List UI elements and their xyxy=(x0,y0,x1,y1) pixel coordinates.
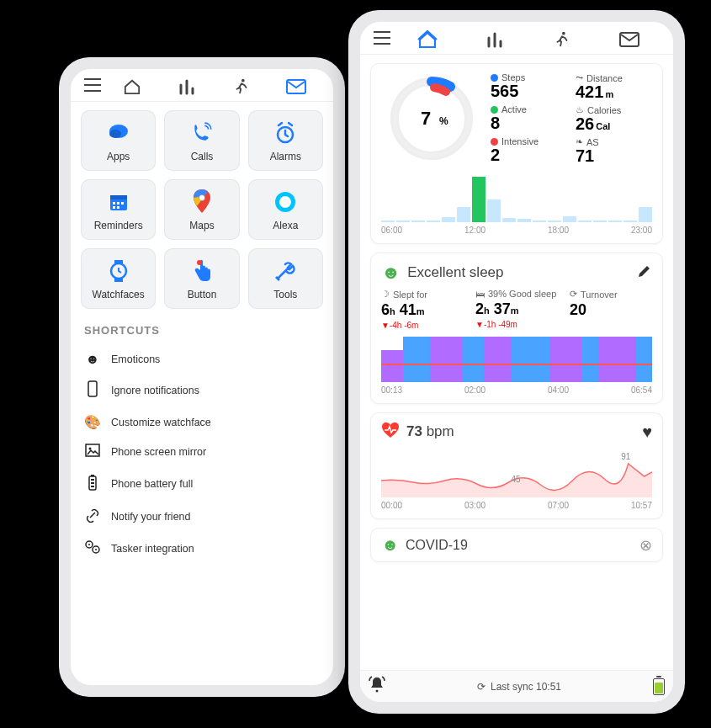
battery-icon xyxy=(84,474,101,494)
left-content: Apps Calls Alarms Reminders Maps xyxy=(71,102,333,685)
stat-as: ❧AS 71 xyxy=(576,136,652,165)
nav-mail[interactable] xyxy=(268,79,323,94)
bell-icon[interactable] xyxy=(369,676,385,697)
shortcut-emoticons[interactable]: ☻ Emoticons xyxy=(81,345,323,374)
svg-point-31 xyxy=(95,549,97,550)
image-icon xyxy=(84,444,101,460)
tile-maps[interactable]: Maps xyxy=(164,179,239,240)
close-icon[interactable]: ⊗ xyxy=(639,536,652,555)
phone-right: 7 % Steps 565 ⤳Distance 421m xyxy=(348,10,685,714)
heart-card[interactable]: 73 bpm ♥ 45 91 00:00 03:00 07:00 10 xyxy=(370,412,663,519)
app-grid: Apps Calls Alarms Reminders Maps xyxy=(81,110,323,309)
activity-card[interactable]: 7 % Steps 565 ⤳Distance 421m xyxy=(370,63,663,244)
stat-steps: Steps 565 xyxy=(491,72,567,101)
nav-run[interactable] xyxy=(214,77,268,96)
heart-icon[interactable]: ♥ xyxy=(642,422,652,442)
bed-icon: 🛏 xyxy=(475,289,485,299)
shortcut-mirror[interactable]: Phone screen mirror xyxy=(81,437,323,467)
calendar-icon xyxy=(86,189,151,215)
smile-icon: ☻ xyxy=(381,262,401,284)
shortcut-notify[interactable]: Notify your friend xyxy=(81,501,323,533)
svg-point-3 xyxy=(109,130,121,138)
dot-icon xyxy=(491,74,498,82)
top-nav xyxy=(360,22,673,55)
svg-point-38 xyxy=(376,690,379,693)
svg-rect-27 xyxy=(91,486,94,487)
moon-icon: ☽ xyxy=(381,289,390,300)
phone-off-icon xyxy=(84,380,101,401)
svg-rect-7 xyxy=(113,202,115,205)
shortcut-customize[interactable]: 🎨 Customize watchface xyxy=(81,407,323,437)
svg-point-30 xyxy=(88,544,90,545)
screen-left: Apps Calls Alarms Reminders Maps xyxy=(71,69,333,685)
tile-label: Apps xyxy=(86,151,151,162)
tile-alexa[interactable]: Alexa xyxy=(248,179,323,240)
svg-rect-8 xyxy=(117,202,119,205)
shortcut-label: Phone battery full xyxy=(111,478,193,490)
tile-watchfaces[interactable]: Watchfaces xyxy=(81,248,156,309)
covid-card[interactable]: ☻ COVID-19 ⊗ xyxy=(370,528,663,562)
dot-icon xyxy=(491,106,498,114)
nav-mail[interactable] xyxy=(596,32,663,47)
shortcut-battery[interactable]: Phone battery full xyxy=(81,467,323,501)
tile-alarms[interactable]: Alarms xyxy=(248,110,323,171)
svg-rect-9 xyxy=(121,202,124,205)
svg-rect-25 xyxy=(91,479,94,481)
sleep-chart xyxy=(381,337,652,382)
tile-label: Maps xyxy=(169,220,234,231)
heart-axis: 00:00 03:00 07:00 10:57 xyxy=(381,501,652,510)
nav-home[interactable] xyxy=(104,78,159,95)
nav-run[interactable] xyxy=(528,30,596,49)
shortcut-label: Notify your friend xyxy=(111,511,190,523)
heart-pulse-icon xyxy=(381,422,400,442)
svg-rect-24 xyxy=(91,475,94,476)
tile-label: Calls xyxy=(169,151,234,162)
stat-active: Active 8 xyxy=(491,104,567,133)
gears-icon xyxy=(84,539,101,558)
progress-ring: 7 % xyxy=(381,72,482,165)
watch-icon xyxy=(86,258,151,284)
svg-rect-11 xyxy=(117,206,119,209)
nav-stats[interactable] xyxy=(461,31,528,48)
tile-tools[interactable]: Tools xyxy=(248,248,323,309)
maps-icon xyxy=(169,189,234,215)
chat-icon xyxy=(86,120,151,146)
svg-point-32 xyxy=(562,32,565,35)
metric-good: 🛏39% Good sleep 2h 37m ▼-1h -49m xyxy=(475,289,558,330)
tile-button[interactable]: Button xyxy=(164,248,239,309)
tile-reminders[interactable]: Reminders xyxy=(81,179,156,240)
nav-stats[interactable] xyxy=(159,78,214,95)
sleep-title: Excellent sleep xyxy=(407,264,630,281)
menu-icon[interactable] xyxy=(370,31,394,48)
smile-icon: ☻ xyxy=(84,352,101,367)
palette-icon: 🎨 xyxy=(84,414,101,430)
screen-right: 7 % Steps 565 ⤳Distance 421m xyxy=(360,22,673,702)
svg-rect-26 xyxy=(91,482,94,484)
shortcut-tasker[interactable]: Tasker integration xyxy=(81,533,323,565)
tile-calls[interactable]: Calls xyxy=(164,110,239,171)
svg-text:7: 7 xyxy=(421,108,431,129)
menu-icon[interactable] xyxy=(81,78,104,95)
sync-status[interactable]: ⟳ Last sync 10:51 xyxy=(394,681,645,693)
activity-stats: Steps 565 ⤳Distance 421m Active 8 ♨Cal xyxy=(491,72,652,165)
shortcut-label: Emoticons xyxy=(111,353,160,365)
shortcut-label: Ignore notifications xyxy=(111,385,199,396)
bottom-bar: ⟳ Last sync 10:51 xyxy=(360,670,673,702)
nav-home[interactable] xyxy=(394,30,461,49)
edit-icon[interactable] xyxy=(637,263,652,282)
tile-apps[interactable]: Apps xyxy=(81,110,156,171)
shortcut-ignore[interactable]: Ignore notifications xyxy=(81,374,323,407)
shortcuts-header: SHORTCUTS xyxy=(84,324,320,337)
activity-chart xyxy=(381,172,652,222)
svg-point-19 xyxy=(197,260,202,265)
tile-label: Alarms xyxy=(253,151,318,162)
tile-label: Button xyxy=(169,289,234,300)
refresh-icon: ⟳ xyxy=(477,681,485,693)
svg-point-0 xyxy=(241,79,245,82)
sleep-axis: 00:13 02:00 04:00 06:54 xyxy=(381,385,652,395)
svg-text:%: % xyxy=(439,115,448,127)
tile-label: Alexa xyxy=(253,220,318,231)
sleep-card[interactable]: ☻ Excellent sleep ☽Slept for 6h 41m ▼-4h… xyxy=(370,252,663,404)
tile-label: Reminders xyxy=(86,220,151,231)
tap-icon xyxy=(169,258,234,284)
